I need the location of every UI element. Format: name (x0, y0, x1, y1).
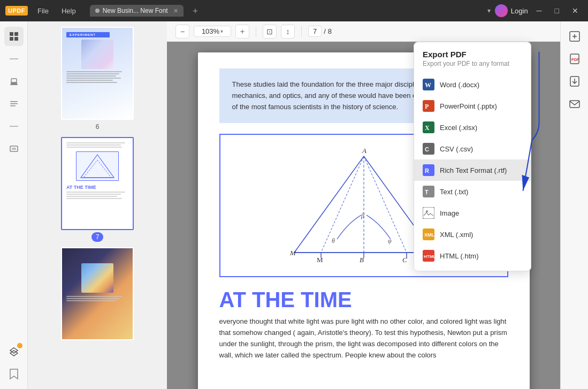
new-tab-button[interactable]: ＋ (191, 5, 200, 17)
thumb-frame-6[interactable]: EXPERIMENT (61, 27, 134, 120)
thumbnail-8[interactable] (33, 247, 162, 340)
at-thetime-heading: AT THE TIME (219, 288, 508, 312)
fit-width-button[interactable]: ↕ (281, 25, 295, 39)
zoom-value: 103% (202, 27, 219, 35)
export-item-rtf[interactable]: R Rich Text Format (.rtf) (414, 159, 531, 181)
login-button[interactable]: Login (495, 4, 528, 17)
export-label-xml: XML (.xml) (440, 231, 473, 239)
export-item-word[interactable]: W Word (.docx) (414, 74, 531, 95)
sidebar-item-bookmark[interactable] (4, 364, 24, 384)
tab-indicator (95, 9, 100, 13)
thumbnail-6[interactable]: EXPERIMENT 6 (33, 27, 162, 132)
tab-label: New Busin... New Font (103, 7, 168, 14)
svg-text:M: M (317, 256, 323, 263)
thumbnail-7[interactable]: AT THE TIME 7 (33, 137, 162, 242)
export-label-csv: CSV (.csv) (440, 145, 473, 153)
right-save-icon[interactable] (565, 72, 584, 91)
right-export-icon[interactable] (565, 27, 584, 46)
svg-text:W: W (425, 81, 431, 89)
zoom-dropdown-arrow[interactable]: ▾ (220, 28, 223, 34)
sidebar-item-dash1 (4, 49, 24, 68)
svg-marker-17 (83, 160, 111, 178)
thumb7-diagram (76, 151, 119, 181)
export-item-pptx[interactable]: P PowerPoint (.pptx) (414, 95, 531, 117)
maximize-button[interactable]: □ (551, 6, 563, 15)
thumb-label-6: 6 (91, 122, 104, 132)
sidebar-item-layers[interactable] (4, 139, 24, 158)
tab-close-button[interactable]: ✕ (173, 7, 178, 14)
page-current: 7 (308, 26, 322, 37)
export-item-csv[interactable]: C CSV (.csv) (414, 138, 531, 159)
svg-text:θ: θ (332, 237, 335, 245)
svg-text:XML: XML (424, 232, 434, 238)
close-button[interactable]: ✕ (568, 6, 583, 15)
svg-rect-2 (10, 37, 13, 41)
svg-point-49 (426, 210, 428, 212)
menu-bar: File Help (32, 5, 81, 17)
export-item-image[interactable]: Image (414, 202, 531, 224)
fit-page-button[interactable]: ⊡ (263, 25, 277, 39)
sidebar-item-edit[interactable] (4, 94, 24, 113)
svg-text:M: M (289, 249, 296, 257)
thumb-frame-8[interactable] (61, 247, 134, 340)
toolbar-separator-2 (301, 26, 302, 37)
zoom-in-button[interactable]: ＋ (235, 25, 249, 39)
right-pdf-icon[interactable]: PDF (565, 49, 584, 68)
sidebar-item-stamp[interactable] (4, 72, 24, 91)
svg-text:T: T (425, 189, 429, 195)
export-item-xml[interactable]: XML XML (.xml) (414, 224, 531, 245)
export-title: Export PDF (423, 50, 522, 59)
login-label: Login (511, 7, 528, 15)
active-tab[interactable]: New Busin... New Font ✕ (90, 5, 184, 17)
csv-icon: C (423, 143, 434, 155)
export-label-txt: Text (.txt) (440, 188, 468, 196)
nav-arrow-left[interactable]: ▾ (487, 7, 491, 14)
svg-text:HTML: HTML (424, 254, 434, 259)
sidebar-item-layers2[interactable] (4, 342, 24, 361)
pptx-icon: P (423, 100, 434, 112)
svg-text:X: X (425, 124, 430, 132)
svg-rect-4 (10, 58, 18, 59)
sidebar-item-grid[interactable] (4, 27, 24, 46)
export-item-html[interactable]: HTML HTML (.htm) (414, 245, 531, 266)
svg-text:A: A (362, 147, 366, 155)
page-separator: / (324, 27, 326, 35)
body-text: everyone thought that white light was pu… (219, 316, 508, 361)
svg-line-23 (364, 156, 407, 253)
txt-icon: T (423, 186, 434, 197)
thumb6-image (81, 40, 113, 69)
export-label-html: HTML (.htm) (440, 252, 478, 260)
svg-marker-16 (81, 155, 114, 178)
thumb8-image (81, 263, 113, 293)
svg-text:PDF: PDF (571, 58, 579, 62)
titlebar: UPDF File Help New Busin... New Font ✕ ＋… (0, 0, 588, 21)
right-sidebar: PDF (560, 21, 588, 389)
zoom-out-button[interactable]: − (175, 25, 189, 39)
word-icon: W (423, 79, 434, 90)
menu-help[interactable]: Help (56, 5, 81, 17)
export-label-excel: Excel (.xlsx) (440, 124, 477, 132)
thumb6-lines (66, 71, 128, 83)
content-wrapper: − 103% ▾ ＋ ⊡ ↕ 7 / 8 These studies laid … (167, 21, 560, 389)
avatar (495, 4, 508, 17)
thumb-label-7: 7 (91, 232, 104, 242)
page-display: 7 / 8 (308, 26, 332, 37)
svg-rect-6 (11, 79, 17, 82)
menu-file[interactable]: File (32, 5, 54, 17)
right-email-icon[interactable] (565, 94, 584, 113)
svg-rect-1 (14, 32, 18, 36)
minimize-button[interactable]: ─ (532, 6, 546, 15)
export-item-txt[interactable]: T Text (.txt) (414, 181, 531, 202)
export-label-rtf: Rich Text Format (.rtf) (440, 166, 507, 174)
svg-text:P: P (425, 103, 429, 110)
svg-text:φ: φ (388, 237, 392, 245)
left-sidebar (0, 21, 28, 389)
svg-rect-13 (12, 148, 16, 150)
sidebar-item-dash2 (4, 117, 24, 136)
rtf-icon: R (423, 164, 434, 176)
svg-rect-7 (10, 84, 18, 85)
image-icon (423, 207, 434, 219)
thumbnail-panel: EXPERIMENT 6 (28, 21, 167, 389)
thumb-frame-7[interactable]: AT THE TIME (61, 137, 134, 230)
export-item-excel[interactable]: X Excel (.xlsx) (414, 117, 531, 138)
